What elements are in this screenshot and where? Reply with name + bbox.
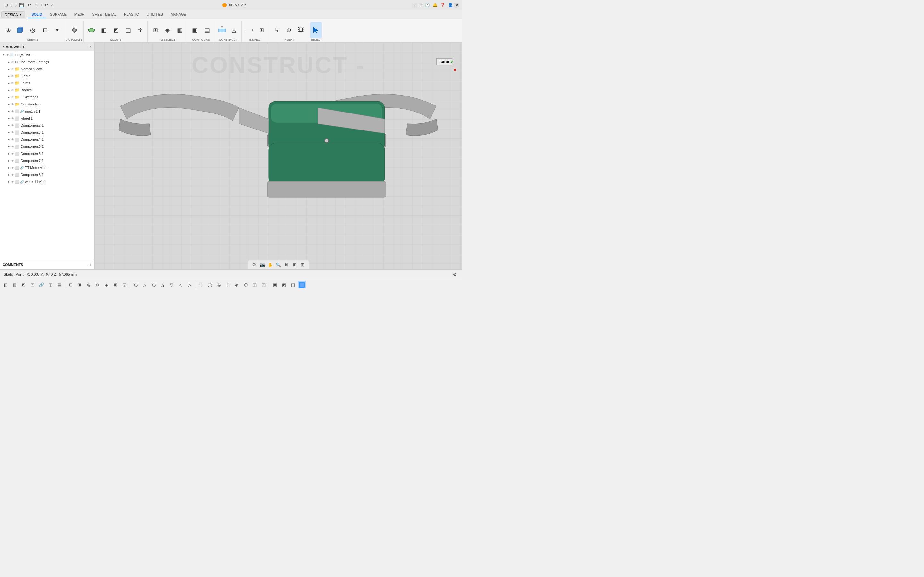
bt-icon-24[interactable]: ◎	[215, 281, 223, 289]
visibility-icon[interactable]: 👁	[6, 53, 9, 57]
app-grid-icon[interactable]: ⋮⋮	[10, 2, 17, 9]
tree-item-component6[interactable]: ▶ 👁 ⬜ Component6:1	[0, 150, 94, 157]
bt-icon-26[interactable]: ◈	[233, 281, 241, 289]
bt-icon-22[interactable]: ⊙	[197, 281, 205, 289]
tab-sheet-metal[interactable]: SHEET METAL	[89, 11, 120, 18]
new-tab-button[interactable]: +	[412, 3, 417, 8]
tree-item-component2[interactable]: ▶ 👁 ⬜ Component2:1	[0, 122, 94, 129]
drive-joints-button[interactable]: ▦	[174, 22, 186, 38]
close-button[interactable]: ✕	[454, 3, 459, 8]
tree-root[interactable]: ▾ 👁 📄 ringv7 v9 ⋯	[0, 51, 94, 58]
visibility-icon[interactable]: 👁	[11, 60, 14, 64]
tree-item-component4[interactable]: ▶ 👁 ⬜ Component4:1	[0, 136, 94, 143]
insert-image-button[interactable]: 🖼	[295, 22, 307, 38]
viewport[interactable]: CONSTRUCT -	[95, 42, 462, 269]
bt-icon-active[interactable]	[298, 281, 306, 289]
revolve-button[interactable]: ◎	[27, 22, 39, 38]
app-menu-icon[interactable]: ⊞	[3, 2, 10, 9]
visibility-icon[interactable]: 👁	[11, 124, 14, 127]
tree-item-named-views[interactable]: ▶ 👁 📁 Named Views	[0, 65, 94, 73]
settings-icon[interactable]: ⚙	[451, 271, 458, 278]
home-icon[interactable]: ⌂	[49, 2, 56, 9]
sweep-button[interactable]: ⊟	[39, 22, 51, 38]
visibility-icon[interactable]: 👁	[11, 74, 14, 78]
bt-icon-32[interactable]: ◱	[289, 281, 297, 289]
bt-icon-9[interactable]: ▣	[75, 281, 84, 289]
visibility-icon[interactable]: 👁	[11, 95, 14, 99]
undo2-icon[interactable]: ↩↩	[41, 2, 48, 9]
back-button[interactable]: BACK	[436, 58, 452, 65]
configure2-button[interactable]: ▤	[201, 22, 213, 38]
bt-icon-10[interactable]: ◎	[84, 281, 93, 289]
visibility-icon[interactable]: 👁	[11, 166, 14, 169]
vp-snapshot-icon[interactable]: 📷	[259, 261, 266, 268]
bt-icon-6[interactable]: ◫	[46, 281, 55, 289]
joint-button[interactable]: ⊞	[150, 22, 161, 38]
tree-item-wheel[interactable]: ▶ 👁 ⬜ wheel:1	[0, 115, 94, 122]
insert1-button[interactable]: ↳	[271, 22, 282, 38]
measure-button[interactable]	[244, 22, 255, 38]
visibility-icon[interactable]: 👁	[11, 173, 14, 177]
tree-item-tt-motor[interactable]: ▶ 👁 ⬜ 🔗 TT Motor v1:1	[0, 164, 94, 171]
visibility-icon[interactable]: 👁	[11, 89, 14, 92]
tab-plastic[interactable]: PLASTIC	[120, 11, 143, 18]
shell-button[interactable]: ◫	[122, 22, 134, 38]
redo-icon[interactable]: ↪	[33, 2, 40, 9]
question-icon[interactable]: ❓	[440, 3, 445, 8]
bt-icon-8[interactable]: ⊟	[66, 281, 75, 289]
bt-icon-7[interactable]: ▤	[55, 281, 63, 289]
tab-utilities[interactable]: UTILITIES	[143, 11, 167, 18]
tree-item-component7[interactable]: ▶ 👁 ⬜ Component7:1	[0, 157, 94, 164]
visibility-icon[interactable]: 👁	[11, 103, 14, 106]
bt-icon-29[interactable]: ◰	[260, 281, 268, 289]
visibility-icon[interactable]: 👁	[11, 81, 14, 85]
vp-zoom-icon[interactable]: 🔍	[275, 261, 282, 268]
bt-icon-15[interactable]: ◶	[132, 281, 140, 289]
visibility-icon[interactable]: 👁	[11, 110, 14, 113]
tree-item-origin[interactable]: ▶ 👁 📁 Origin	[0, 73, 94, 79]
bt-icon-14[interactable]: ◱	[120, 281, 129, 289]
bt-icon-27[interactable]: ⬡	[242, 281, 250, 289]
vp-grid-icon[interactable]: ⊞	[299, 261, 306, 268]
bt-icon-28[interactable]: ◫	[250, 281, 259, 289]
automate-button[interactable]	[69, 22, 80, 38]
tab-mesh[interactable]: MESH	[71, 11, 89, 18]
bt-icon-20[interactable]: ◁	[176, 281, 185, 289]
insert2-button[interactable]: ⊕	[283, 22, 294, 38]
user-icon[interactable]: 👤	[448, 3, 453, 8]
tree-item-construction[interactable]: ▶ 👁 📁 Construction	[0, 101, 94, 108]
bell-icon[interactable]: 🔔	[433, 3, 438, 8]
visibility-icon[interactable]: 👁	[11, 117, 14, 120]
tree-item-bodies[interactable]: ▶ 👁 📁 Bodies	[0, 87, 94, 93]
configure1-button[interactable]: ▣	[189, 22, 200, 38]
bt-icon-30[interactable]: ▣	[271, 281, 279, 289]
bt-icon-11[interactable]: ⊕	[94, 281, 102, 289]
vp-settings-icon[interactable]: ⚙	[251, 261, 258, 268]
extrude-button[interactable]	[15, 22, 26, 38]
bt-icon-25[interactable]: ⊕	[224, 281, 232, 289]
vp-view-icon[interactable]: ▣	[291, 261, 298, 268]
visibility-icon[interactable]: 👁	[11, 152, 14, 155]
bt-icon-5[interactable]: 🔗	[37, 281, 45, 289]
arrow-left-icon[interactable]: ◂	[3, 45, 5, 49]
fillet-button[interactable]: ◧	[98, 22, 110, 38]
inspect2-button[interactable]: ⊞	[256, 22, 267, 38]
bt-icon-1[interactable]: ◧	[1, 281, 10, 289]
tree-item-component3[interactable]: ▶ 👁 ⬜ Component3:1	[0, 129, 94, 136]
tree-item-week11[interactable]: ▶ 👁 ⬜ 🔗 week 11 v1:1	[0, 178, 94, 185]
midplane-button[interactable]: ◬	[228, 22, 240, 38]
new-component-button[interactable]: ⊕	[3, 22, 14, 38]
bt-icon-4[interactable]: ◰	[28, 281, 37, 289]
tab-surface[interactable]: SURFACE	[46, 11, 71, 18]
save-icon[interactable]: 💾	[18, 2, 25, 9]
rigid-group-button[interactable]: ◈	[162, 22, 173, 38]
bt-icon-19[interactable]: ▽	[168, 281, 176, 289]
visibility-icon[interactable]: 👁	[11, 145, 14, 148]
bt-icon-31[interactable]: ◩	[280, 281, 288, 289]
tab-manage[interactable]: MANAGE	[167, 11, 190, 18]
bt-icon-12[interactable]: ◈	[102, 281, 111, 289]
offset-plane-button[interactable]	[216, 22, 228, 38]
bt-icon-2[interactable]: ▥	[10, 281, 19, 289]
tree-item-ring1[interactable]: ▶ 👁 ⬜ 🔗 ring1 v1:1	[0, 108, 94, 115]
move-button[interactable]: ✛	[134, 22, 146, 38]
